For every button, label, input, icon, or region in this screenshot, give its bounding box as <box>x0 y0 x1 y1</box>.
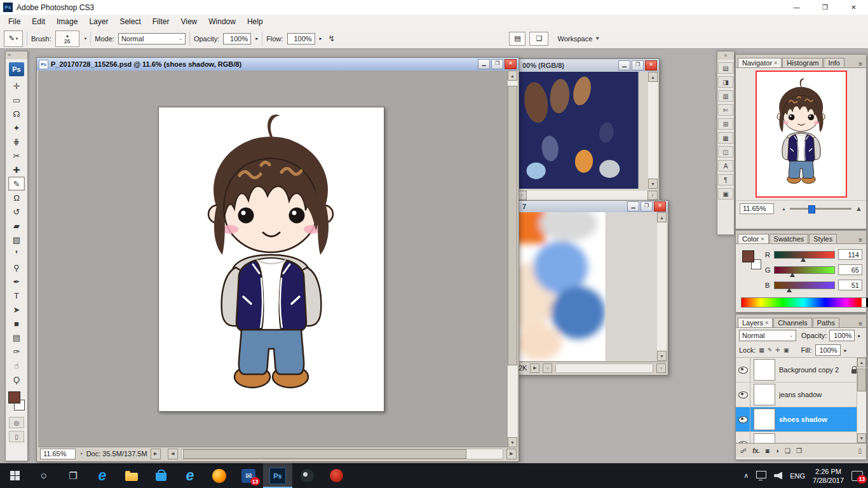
history-brush-tool-button[interactable]: ↺ <box>8 205 25 219</box>
scroll-left-icon[interactable]: ‹ <box>543 363 552 373</box>
menu-filter[interactable]: Filter <box>147 17 175 26</box>
menu-image[interactable]: Image <box>51 17 83 26</box>
doc-close-button[interactable]: ✕ <box>505 59 517 69</box>
green-value-input[interactable]: 65 <box>838 264 862 275</box>
blend-mode-select[interactable]: Normal ⌄ <box>118 33 186 44</box>
mail-button[interactable]: ✉ 13 <box>234 463 263 488</box>
scroll-right-icon[interactable]: › <box>648 191 658 200</box>
layer-visibility-toggle[interactable] <box>736 407 750 431</box>
healing-brush-tool-button[interactable]: ✚ <box>8 163 25 177</box>
layer-row-background-copy-2[interactable]: Background copy 2 <box>736 358 866 383</box>
tab-navigator[interactable]: Navigator × <box>738 58 782 67</box>
doc2-titlebar[interactable]: 00% (RGB/8) ▁ ❐ ✕ <box>515 59 659 72</box>
scroll-left-icon[interactable]: ◀ <box>168 449 178 459</box>
tab-layers[interactable]: Layers × <box>738 318 773 327</box>
search-button[interactable]: ○ <box>29 463 58 488</box>
pen-tool-button[interactable]: ✒ <box>8 274 25 288</box>
slider-thumb[interactable] <box>801 257 806 262</box>
toggle-presets-button[interactable]: ❏ <box>529 32 548 46</box>
quick-mask-button[interactable]: ◎ <box>9 417 24 428</box>
scroll-up-icon[interactable]: ▲ <box>857 358 866 367</box>
firefox-button[interactable] <box>205 463 234 488</box>
current-tool-preview[interactable]: ✎ ▾ <box>4 30 23 47</box>
action-center-button[interactable]: 13 <box>851 471 863 481</box>
scroll-up-icon[interactable]: ▲ <box>657 212 667 222</box>
edge-taskbar-button[interactable]: e <box>88 463 117 488</box>
tab-channels[interactable]: Channels <box>773 318 811 327</box>
dock-panel-icon-5[interactable]: ⊞ <box>718 118 733 130</box>
layer-thumbnail[interactable] <box>754 433 775 443</box>
navigator-view-box[interactable] <box>756 71 847 198</box>
hand-tool-button[interactable]: ☝ <box>8 358 25 372</box>
doc3-restore-button[interactable]: ❐ <box>641 201 653 212</box>
red-slider[interactable] <box>774 251 835 259</box>
slider-thumb[interactable] <box>808 205 815 214</box>
shape-tool-button[interactable]: ■ <box>8 316 25 330</box>
flow-slider-arrow[interactable]: ▸ <box>320 36 322 41</box>
slider-thumb[interactable] <box>790 273 795 277</box>
red-app-button[interactable] <box>322 463 351 488</box>
tab-histogram[interactable]: Histogram <box>782 58 823 67</box>
panel-menu-icon[interactable]: ≡ <box>857 236 864 243</box>
dock-expand-button[interactable]: « <box>717 51 734 60</box>
layer-blend-mode-select[interactable]: Normal ⌄ <box>739 330 796 341</box>
path-selection-tool-button[interactable]: ➤ <box>8 302 25 316</box>
navigator-zoom-input[interactable]: 11.65% <box>740 203 774 214</box>
layers-scrollbar[interactable]: ▲ ▼ <box>857 358 866 443</box>
menu-file[interactable]: File <box>3 17 26 26</box>
paragraph-panel-icon[interactable]: ¶ <box>718 174 733 186</box>
scroll-up-icon[interactable]: ▲ <box>648 72 658 82</box>
doc3-titlebar[interactable]: 7 ▁ ❐ ✕ <box>515 201 668 212</box>
notes-tool-button[interactable]: ▤ <box>8 330 25 344</box>
zoom-in-icon[interactable]: ▲ <box>855 205 862 212</box>
panel-menu-icon[interactable]: ≡ <box>857 60 864 67</box>
menu-layer[interactable]: Layer <box>83 17 114 26</box>
blur-tool-button[interactable]: ❜ <box>8 247 25 261</box>
doc-titlebar[interactable]: Ps P_20170728_115256.psd @ 11.6% (shoes … <box>37 58 519 71</box>
layer-row-partial[interactable] <box>736 432 866 443</box>
foreground-color-swatch[interactable] <box>742 250 754 262</box>
close-tab-icon[interactable]: × <box>774 60 777 66</box>
layer-style-icon[interactable]: fx. <box>752 447 760 454</box>
tab-styles[interactable]: Styles <box>809 234 837 243</box>
brush-preset-picker[interactable]: ● 26 <box>55 30 79 47</box>
volume-icon[interactable] <box>774 472 782 480</box>
tab-paths[interactable]: Paths <box>813 318 839 327</box>
red-value-input[interactable]: 114 <box>838 249 862 260</box>
screen-mode-button[interactable]: ▯ <box>9 431 24 442</box>
doc2-minimize-button[interactable]: ▁ <box>618 60 630 71</box>
new-group-icon[interactable]: ❏ <box>785 447 790 454</box>
tab-color[interactable]: Color × <box>738 234 769 243</box>
layer-row-shoes-shadow[interactable]: shoes shadow <box>736 407 866 432</box>
lock-all-icon[interactable]: ▣ <box>783 347 789 353</box>
dock-panel-icon-3[interactable]: ▥ <box>718 90 733 102</box>
doc-restore-button[interactable]: ❐ <box>491 59 503 69</box>
internet-explorer-button[interactable]: e <box>175 463 205 488</box>
maximize-button[interactable]: ❐ <box>811 0 839 15</box>
canvas[interactable] <box>158 107 384 412</box>
doc2-restore-button[interactable]: ❐ <box>632 60 644 71</box>
layer-thumbnail[interactable] <box>754 409 775 430</box>
scroll-down-icon[interactable]: ▼ <box>508 437 517 447</box>
layer-thumbnail[interactable] <box>754 359 775 381</box>
dock-panel-icon-10[interactable]: ▣ <box>718 188 733 200</box>
move-tool-button[interactable]: ✛ <box>8 79 25 93</box>
dock-panel-icon-2[interactable]: ◨ <box>718 76 733 88</box>
slider-thumb[interactable] <box>787 288 792 292</box>
layer-visibility-toggle[interactable] <box>736 383 750 407</box>
tab-info[interactable]: Info <box>824 58 844 67</box>
minimize-button[interactable]: — <box>782 0 811 15</box>
character-panel-icon[interactable]: A <box>718 160 733 172</box>
link-layers-icon[interactable]: ☍ <box>740 447 747 454</box>
opacity-slider-arrow[interactable]: ▸ <box>255 36 258 41</box>
opacity-slider-arrow[interactable]: ▸ <box>858 333 860 339</box>
status-menu-arrow[interactable]: ▶ <box>530 363 539 373</box>
type-tool-button[interactable]: T <box>8 288 25 302</box>
layer-opacity-input[interactable]: 100% <box>829 330 855 341</box>
language-indicator[interactable]: ENG <box>790 472 805 480</box>
layer-thumbnail[interactable] <box>754 384 775 405</box>
green-slider[interactable] <box>774 266 835 274</box>
workspace-button[interactable]: Workspace ▼ <box>557 35 600 43</box>
status-menu-arrow[interactable]: ▶ <box>151 449 161 459</box>
new-layer-icon[interactable]: ❐ <box>796 447 802 454</box>
